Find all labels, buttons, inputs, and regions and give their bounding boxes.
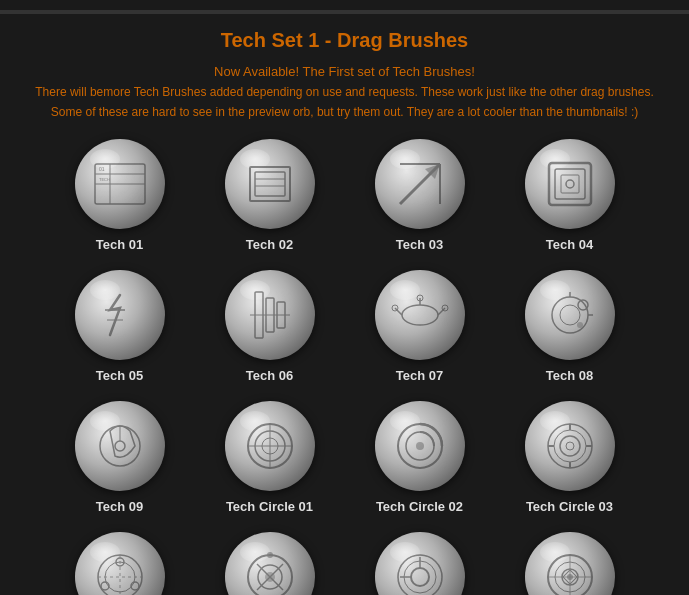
brush-orb-techcircle06 [375,532,465,595]
list-item[interactable]: 01 TECH Tech 01 [50,139,190,252]
list-item[interactable]: Tech 06 [200,270,340,383]
list-item[interactable]: Tech 03 [350,139,490,252]
brush-orb-techcircle07 [525,532,615,595]
brush-label: Tech Circle 01 [226,499,313,514]
brush-orb-tech09 [75,401,165,491]
brush-orb-tech01: 01 TECH [75,139,165,229]
svg-point-24 [402,305,438,325]
svg-point-32 [560,305,580,325]
brush-label: Tech 04 [546,237,593,252]
list-item[interactable]: Tech Circle 02 [350,401,490,514]
top-bar [0,10,689,14]
list-item[interactable]: Tech 07 [350,270,490,383]
list-item[interactable]: Tech Circle 03 [500,401,640,514]
svg-rect-16 [561,175,579,193]
svg-line-25 [395,308,402,315]
list-item[interactable]: Tech Circle 07 [500,532,640,595]
brush-label: Tech 03 [396,237,443,252]
subtitle: Now Available! The First set of Tech Bru… [0,64,689,79]
description-2: Some of these are hard to see in the pre… [0,105,689,119]
list-item[interactable]: Tech 08 [500,270,640,383]
brush-grid: 01 TECH Tech 01 Tech 02 [0,139,689,595]
list-item[interactable]: Tech Circle 06 [350,532,490,595]
svg-text:01: 01 [99,166,105,172]
svg-point-31 [552,297,588,333]
brush-label: Tech 02 [246,237,293,252]
svg-text:TECH: TECH [99,177,110,182]
list-item[interactable]: Tech 02 [200,139,340,252]
brush-label: Tech Circle 02 [376,499,463,514]
brush-orb-tech05 [75,270,165,360]
brush-orb-tech08 [525,270,615,360]
svg-point-66 [267,552,273,558]
list-item[interactable]: Tech Circle 04 [50,532,190,595]
brush-orb-tech07 [375,270,465,360]
brush-label: Tech 08 [546,368,593,383]
svg-point-17 [566,180,574,188]
list-item[interactable]: Tech Circle 01 [200,401,340,514]
brush-orb-tech04 [525,139,615,229]
svg-rect-7 [255,172,285,196]
brush-orb-techcircle05 [225,532,315,595]
brush-label: Tech 09 [96,499,143,514]
brush-orb-techcircle01 [225,401,315,491]
brush-orb-tech03 [375,139,465,229]
svg-point-47 [416,442,424,450]
svg-point-49 [554,430,586,462]
svg-point-65 [265,572,275,582]
brush-label: Tech 07 [396,368,443,383]
svg-line-26 [438,308,445,315]
brush-orb-techcircle04 [75,532,165,595]
list-item[interactable]: Tech 09 [50,401,190,514]
brush-orb-techcircle02 [375,401,465,491]
list-item[interactable]: Tech 05 [50,270,190,383]
svg-point-50 [560,436,580,456]
brush-label: Tech Circle 03 [526,499,613,514]
svg-rect-15 [555,169,585,199]
brush-label: Tech 06 [246,368,293,383]
brush-label: Tech 05 [96,368,143,383]
svg-point-48 [548,424,592,468]
brush-orb-tech02 [225,139,315,229]
svg-point-51 [566,442,574,450]
list-item[interactable]: Tech 04 [500,139,640,252]
svg-point-38 [115,441,125,451]
svg-point-36 [577,322,583,328]
brush-orb-tech06 [225,270,315,360]
svg-point-69 [411,568,429,586]
brush-orb-techcircle03 [525,401,615,491]
description-1: There will bemore Tech Brushes added dep… [0,85,689,99]
page-title: Tech Set 1 - Drag Brushes [0,29,689,52]
list-item[interactable]: Tech Circle 05 [200,532,340,595]
brush-label: Tech 01 [96,237,143,252]
